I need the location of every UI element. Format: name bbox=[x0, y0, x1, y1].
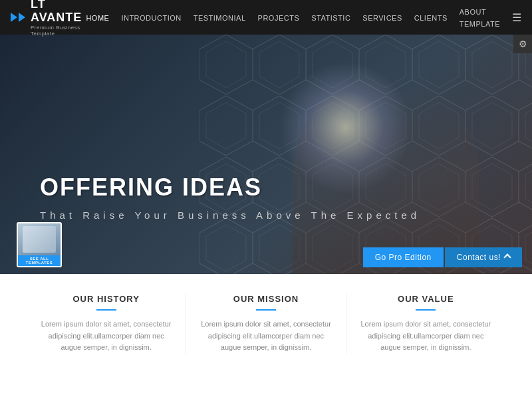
nav-link-services[interactable]: SERVICES bbox=[362, 14, 402, 22]
info-history-title: OUR HISTORY bbox=[40, 294, 172, 304]
nav-link-clients[interactable]: CLIENTS bbox=[414, 14, 448, 22]
info-mission-title: OUR MISSION bbox=[200, 294, 332, 304]
hamburger-icon[interactable]: ☰ bbox=[512, 12, 521, 23]
logo-sub: Premium Business Template bbox=[31, 25, 86, 37]
nav-link-statistic[interactable]: STATISTIC bbox=[311, 14, 350, 22]
logo-arrows bbox=[11, 13, 25, 22]
nav-link-testimonial[interactable]: TESTIMONIAL bbox=[194, 14, 246, 22]
info-value-text: Lorem ipsum dolor sit amet, consectetur … bbox=[360, 319, 492, 354]
navbar: LT AVANTE Premium Business Template HOME… bbox=[0, 0, 532, 35]
thumbnail-image bbox=[23, 226, 56, 253]
info-mission-text: Lorem ipsum dolor sit amet, consectetur … bbox=[200, 319, 332, 354]
nav-item-clients[interactable]: CLIENTS bbox=[414, 11, 448, 23]
hero-section: OFFERING IDEAS That Raise Your Business … bbox=[0, 35, 532, 274]
info-col-mission: OUR MISSION Lorem ipsum dolor sit amet, … bbox=[186, 294, 346, 354]
info-value-title: OUR VALUE bbox=[360, 294, 492, 304]
arrow-icon-2 bbox=[19, 13, 25, 22]
nav-item-projects[interactable]: PROJECTS bbox=[258, 11, 300, 23]
nav-item-testimonial[interactable]: TESTIMONIAL bbox=[194, 11, 246, 23]
logo[interactable]: LT AVANTE Premium Business Template bbox=[11, 0, 86, 37]
go-pro-button[interactable]: Go Pro Edition bbox=[363, 247, 444, 267]
nav-item-about[interactable]: ABOUT TEMPLATE bbox=[460, 5, 500, 29]
info-section: OUR HISTORY Lorem ipsum dolor sit amet, … bbox=[0, 274, 532, 399]
info-history-text: Lorem ipsum dolor sit amet, consectetur … bbox=[40, 319, 172, 354]
contact-button-label: Contact us! bbox=[457, 253, 501, 262]
thumbnail-card[interactable]: SEE ALL TEMPLATES bbox=[17, 222, 62, 267]
nav-link-projects[interactable]: PROJECTS bbox=[258, 14, 300, 22]
nav-link-home[interactable]: HOME bbox=[86, 14, 109, 22]
info-history-divider bbox=[96, 309, 116, 311]
info-col-history: OUR HISTORY Lorem ipsum dolor sit amet, … bbox=[27, 294, 186, 354]
nav-item-home[interactable]: HOME bbox=[86, 11, 109, 23]
logo-text-block: LT AVANTE Premium Business Template bbox=[31, 0, 86, 37]
thumbnail-banner: SEE ALL TEMPLATES bbox=[18, 255, 61, 266]
hero-content: OFFERING IDEAS That Raise Your Business … bbox=[40, 174, 420, 221]
hero-title: OFFERING IDEAS bbox=[40, 174, 420, 201]
info-value-divider bbox=[416, 309, 436, 311]
nav-item-introduction[interactable]: INTRODUCTION bbox=[121, 11, 181, 23]
hero-subtitle: That Raise Your Business Above The Expec… bbox=[40, 209, 420, 221]
info-col-value: OUR VALUE Lorem ipsum dolor sit amet, co… bbox=[346, 294, 505, 354]
nav-item-statistic[interactable]: STATISTIC bbox=[311, 11, 350, 23]
thumbnail-preview bbox=[18, 223, 61, 255]
nav-link-about[interactable]: ABOUT TEMPLATE bbox=[460, 8, 500, 28]
cta-area: Go Pro Edition Contact us! bbox=[363, 247, 522, 267]
contact-chevron-icon bbox=[503, 253, 511, 261]
arrow-icon-1 bbox=[11, 13, 17, 22]
side-settings-button[interactable]: ⚙ bbox=[513, 35, 532, 53]
contact-button[interactable]: Contact us! bbox=[445, 247, 522, 267]
nav-item-services[interactable]: SERVICES bbox=[362, 11, 402, 23]
gear-icon: ⚙ bbox=[519, 39, 527, 49]
nav-item-hamburger[interactable]: ☰ bbox=[512, 11, 521, 24]
logo-name: LT AVANTE bbox=[31, 0, 86, 25]
info-mission-divider bbox=[256, 309, 276, 311]
nav-link-introduction[interactable]: INTRODUCTION bbox=[121, 14, 181, 22]
nav-links: HOME INTRODUCTION TESTIMONIAL PROJECTS S… bbox=[86, 5, 521, 29]
